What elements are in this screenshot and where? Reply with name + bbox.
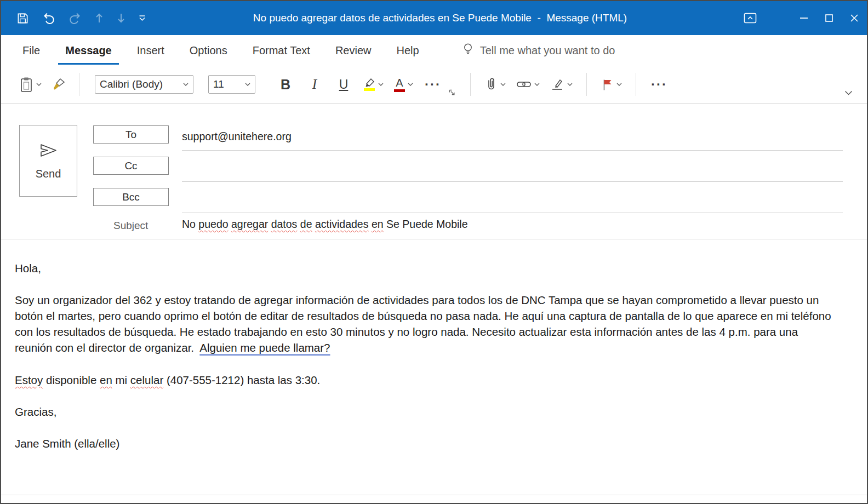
- to-button[interactable]: To: [93, 125, 169, 144]
- text-highlight-icon: [363, 78, 375, 91]
- customize-quick-access-icon[interactable]: [139, 15, 146, 21]
- maximize-icon[interactable]: [816, 1, 842, 35]
- signature-button[interactable]: [549, 76, 574, 93]
- paperclip-icon: [484, 77, 498, 92]
- tab-message[interactable]: Message: [53, 35, 124, 66]
- text-run: Jane Smith (ella/elle): [15, 437, 119, 450]
- cc-field[interactable]: [182, 154, 843, 182]
- body-paragraph: Hola,: [15, 260, 836, 276]
- follow-up-flag-button[interactable]: [599, 76, 624, 93]
- text-run: mi: [112, 374, 130, 386]
- redo-icon[interactable]: [68, 12, 82, 24]
- font-size-value: 11: [213, 78, 224, 90]
- ellipsis-icon: ···: [651, 78, 667, 91]
- chevron-down-icon: [616, 83, 622, 86]
- paste-icon: [19, 77, 33, 93]
- bcc-button[interactable]: Bcc: [93, 188, 169, 206]
- misspelled-word: agregar: [231, 218, 268, 230]
- ribbon-tabs: FileMessageInsertOptionsFormat TextRevie…: [10, 35, 432, 66]
- body-paragraph: Soy un organizador del 362 y estoy trata…: [15, 292, 836, 356]
- tab-format-text[interactable]: Format Text: [240, 35, 323, 66]
- body-paragraph: Gracias,: [15, 404, 836, 420]
- cc-button-label: Cc: [124, 160, 137, 172]
- tab-options[interactable]: Options: [177, 35, 240, 66]
- text-run: disponible: [43, 374, 100, 386]
- italic-button[interactable]: I: [304, 73, 326, 95]
- font-name-value: Calibri (Body): [100, 78, 163, 90]
- tab-insert[interactable]: Insert: [124, 35, 177, 66]
- body-paragraph: Jane Smith (ella/elle): [15, 436, 836, 451]
- tell-me-box[interactable]: Tell me what you want to do: [462, 43, 615, 58]
- paste-button[interactable]: [18, 75, 43, 94]
- misspelled-word: de: [300, 218, 312, 230]
- font-name-combo[interactable]: Calibri (Body): [95, 75, 193, 94]
- save-icon[interactable]: [16, 12, 29, 25]
- misspelled-word: puedo: [198, 218, 228, 230]
- toolbar-separator: [586, 73, 587, 96]
- basic-text-dialog-launcher-icon[interactable]: [449, 89, 456, 99]
- move-down-icon[interactable]: [117, 13, 125, 24]
- text-highlight-button[interactable]: [362, 76, 385, 93]
- send-label: Send: [36, 168, 61, 180]
- quick-access-toolbar: [1, 12, 146, 25]
- cc-button[interactable]: Cc: [93, 157, 169, 175]
- text-run: Hola,: [15, 262, 41, 274]
- bcc-field[interactable]: [182, 186, 843, 213]
- misspelled-word: celular: [130, 374, 163, 386]
- move-up-icon[interactable]: [95, 13, 104, 24]
- font-size-combo[interactable]: 11: [208, 75, 255, 94]
- minimize-icon[interactable]: [791, 1, 816, 35]
- text-run: No: [182, 218, 198, 230]
- outlook-message-window: No puedo agregar datos de actividades en…: [0, 0, 868, 504]
- misspelled-word: Estoy: [15, 374, 43, 386]
- more-options-button[interactable]: ···: [648, 73, 670, 95]
- format-painter-button[interactable]: [50, 76, 67, 93]
- misspelled-word: datos: [271, 218, 298, 230]
- toolbar-separator: [470, 73, 471, 96]
- toolbar-separator: [79, 73, 79, 96]
- message-body-editor[interactable]: Hola,Soy un organizador del 362 y estoy …: [1, 239, 867, 495]
- tab-file[interactable]: File: [10, 35, 53, 66]
- undo-icon[interactable]: [42, 12, 55, 24]
- signature-icon: [550, 77, 564, 91]
- to-field[interactable]: support@unitehere.org: [182, 123, 843, 151]
- misspelled-word: en: [372, 218, 384, 230]
- format-painter-icon: [52, 78, 65, 91]
- font-color-icon: A: [394, 77, 405, 92]
- window-title: No puedo agregar datos de actividades en…: [146, 12, 734, 24]
- send-button[interactable]: Send: [19, 125, 77, 197]
- ribbon-display-options-icon[interactable]: [734, 1, 766, 35]
- bottom-scroll-strip: [1, 495, 867, 503]
- message-header: Send To support@unitehere.org Cc Bcc Sub…: [1, 104, 867, 239]
- text-run: Se Puede Mobile: [384, 218, 468, 230]
- tab-help[interactable]: Help: [384, 35, 432, 66]
- subject-field[interactable]: No puedo agregar datos de actividades en…: [182, 218, 468, 231]
- chevron-down-icon: [534, 83, 540, 86]
- more-commands-button[interactable]: ···: [422, 73, 444, 95]
- ribbon-toolbar: Calibri (Body) 11 B I U A ···: [1, 66, 867, 104]
- text-run: Gracias,: [15, 405, 56, 418]
- misspelled-word: en: [100, 374, 112, 386]
- insert-link-button[interactable]: [515, 76, 541, 93]
- chevron-down-icon: [36, 83, 42, 86]
- tab-review[interactable]: Review: [323, 35, 384, 66]
- chevron-down-icon: [378, 83, 384, 86]
- font-color-button[interactable]: A: [392, 76, 415, 94]
- underline-button[interactable]: U: [333, 73, 355, 95]
- chevron-down-icon: [500, 83, 506, 86]
- ribbon-tab-row: FileMessageInsertOptionsFormat TextRevie…: [1, 35, 867, 66]
- bcc-button-label: Bcc: [122, 191, 140, 203]
- chevron-down-icon: [567, 83, 573, 86]
- title-bar: No puedo agregar datos de actividades en…: [1, 1, 867, 35]
- to-button-label: To: [125, 129, 136, 141]
- collapse-ribbon-icon[interactable]: [844, 88, 853, 98]
- grammar-suggestion: Alguien me puede llamar?: [199, 341, 330, 354]
- link-icon: [516, 77, 532, 91]
- tell-me-label: Tell me what you want to do: [480, 44, 615, 57]
- close-icon[interactable]: [842, 1, 867, 35]
- bold-button[interactable]: B: [275, 73, 296, 95]
- flag-icon: [601, 78, 614, 91]
- attach-file-button[interactable]: [483, 76, 507, 94]
- to-value: support@unitehere.org: [182, 130, 292, 143]
- subject-label: Subject: [113, 220, 148, 232]
